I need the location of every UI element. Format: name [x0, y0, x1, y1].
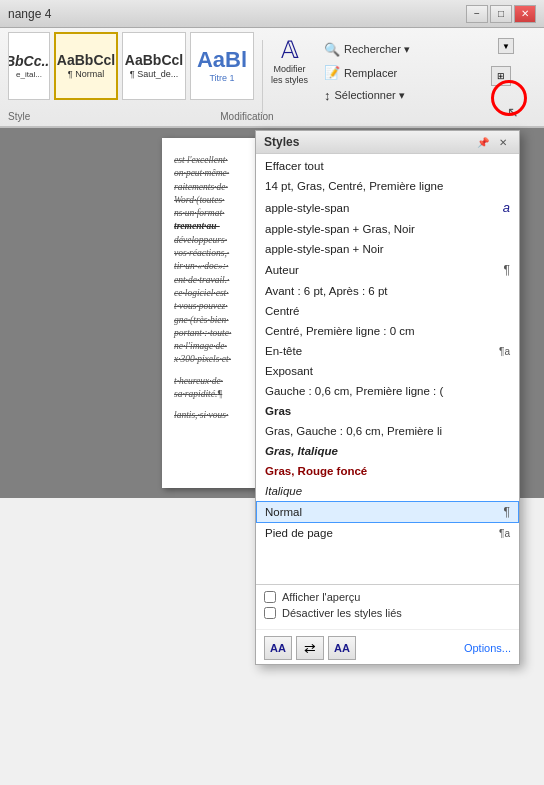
style-item-effacer[interactable]: Effacer tout: [256, 156, 519, 176]
window-title: nange 4: [8, 7, 51, 21]
style-item-gras[interactable]: Gras: [256, 401, 519, 421]
style-item-auteur[interactable]: Auteur ¶: [256, 259, 519, 281]
style-icon-en-tete: ¶a: [499, 346, 510, 357]
style-item-normal[interactable]: Normal ¶: [256, 501, 519, 523]
styles-panel-launch-button[interactable]: ⊞: [491, 66, 511, 86]
style-preview-titre1: AaBl: [197, 49, 247, 71]
style-item-en-tete[interactable]: En-tête ¶a: [256, 341, 519, 361]
style-item-gras-gauche[interactable]: Gras, Gauche : 0,6 cm, Première li: [256, 421, 519, 441]
style-item-avant[interactable]: Avant : 6 pt, Après : 6 pt: [256, 281, 519, 301]
style-item-apple-noir[interactable]: apple-style-span + Noir: [256, 239, 519, 259]
panel-new-style-button[interactable]: AA: [264, 636, 292, 660]
style-btn-titre1[interactable]: AaBl Titre 1: [190, 32, 254, 100]
styles-panel-title: Styles: [264, 135, 299, 149]
style-btn-normal[interactable]: AaBbCcl ¶ Normal: [54, 32, 118, 100]
style-label-saut: ¶ Saut_de...: [130, 69, 178, 79]
selectionner-icon: ↕: [324, 88, 331, 103]
style-btn-saut[interactable]: AaBbCcl ¶ Saut_de...: [122, 32, 186, 100]
style-preview-normal: AaBbCcl: [57, 53, 115, 67]
window-controls: − □ ✕: [466, 5, 536, 23]
styles-expand-button[interactable]: ▼: [498, 38, 514, 54]
rechercher-button[interactable]: 🔍 Rechercher ▾: [320, 40, 414, 59]
minimize-button[interactable]: −: [466, 5, 488, 23]
style-preview-saut: AaBbCcl: [125, 53, 183, 67]
inspect-icon: ⇄: [304, 640, 316, 656]
remplacer-button[interactable]: 📝 Remplacer: [320, 63, 414, 82]
ribbon: BbCc... e_ital... AaBbCcl ¶ Normal AaBbC…: [0, 28, 544, 128]
style-label-normal: ¶ Normal: [68, 69, 104, 79]
style-item-italique[interactable]: Italique: [256, 481, 519, 501]
styles-panel-launch-icon: ⊞: [497, 71, 505, 81]
options-link[interactable]: Options...: [464, 642, 511, 654]
ribbon-divider: [262, 40, 263, 115]
style-item-gras-rouge[interactable]: Gras, Rouge foncé: [256, 461, 519, 481]
style-item-apple-span[interactable]: apple-style-span a: [256, 196, 519, 219]
remplacer-icon: 📝: [324, 65, 340, 80]
ribbon-bottom-labels: Style Modification: [8, 111, 274, 122]
remplacer-label: Remplacer: [344, 67, 397, 79]
modification-label: Modification: [220, 111, 273, 122]
checkbox-apercu[interactable]: [264, 591, 276, 603]
selectionner-label: Sélectionner ▾: [335, 89, 405, 102]
style-item-exposant[interactable]: Exposant: [256, 361, 519, 381]
selectionner-button[interactable]: ↕ Sélectionner ▾: [320, 86, 414, 105]
panel-icon-buttons: AA ⇄ AA: [264, 636, 356, 660]
panel-pin-button[interactable]: 📌: [475, 135, 491, 149]
style-item-centre[interactable]: Centré: [256, 301, 519, 321]
styles-list[interactable]: Effacer tout 14 pt, Gras, Centré, Premiè…: [256, 154, 519, 584]
style-item-gras-italique[interactable]: Gras, Italique: [256, 441, 519, 461]
style-icon-apple-span: a: [503, 200, 510, 215]
checkbox-apercu-label: Afficher l'aperçu: [282, 591, 360, 603]
style-item-14pt[interactable]: 14 pt, Gras, Centré, Première ligne: [256, 176, 519, 196]
rechercher-label: Rechercher ▾: [344, 43, 410, 56]
style-label-titre1: Titre 1: [209, 73, 234, 83]
style-icon-pied-de-page: ¶a: [499, 528, 510, 539]
checkbox-desactiver[interactable]: [264, 607, 276, 619]
styles-panel-buttons: AA ⇄ AA Options...: [256, 629, 519, 664]
checkbox-desactiver-label: Désactiver les styles liés: [282, 607, 402, 619]
title-bar: nange 4 − □ ✕: [0, 0, 544, 28]
ribbon-actions: 🔍 Rechercher ▾ 📝 Remplacer ↕ Sélectionne…: [320, 32, 414, 105]
manage-icon: AA: [334, 642, 350, 654]
style-group-label: Style: [8, 111, 30, 122]
style-icon-auteur: ¶: [504, 263, 510, 277]
style-item-gauche[interactable]: Gauche : 0,6 cm, Première ligne : (: [256, 381, 519, 401]
modifier-styles-button[interactable]: 𝔸 Modifier les styles: [271, 32, 308, 86]
style-item-apple-gras[interactable]: apple-style-span + Gras, Noir: [256, 219, 519, 239]
rechercher-icon: 🔍: [324, 42, 340, 57]
restore-button[interactable]: □: [490, 5, 512, 23]
panel-manage-button[interactable]: AA: [328, 636, 356, 660]
styles-panel: Styles 📌 ✕ Effacer tout 14 pt, Gras, Cen…: [255, 130, 520, 665]
checkbox-apercu-row: Afficher l'aperçu: [264, 591, 511, 603]
style-label-bbcc: e_ital...: [16, 70, 42, 79]
modifier-icon: 𝔸: [281, 36, 299, 64]
new-style-icon: AA: [270, 642, 286, 654]
style-preview-bbcc: BbCc...: [8, 54, 50, 68]
checkbox-desactiver-row: Désactiver les styles liés: [264, 607, 511, 619]
panel-inspect-button[interactable]: ⇄: [296, 636, 324, 660]
styles-panel-header: Styles 📌 ✕: [256, 131, 519, 154]
close-button[interactable]: ✕: [514, 5, 536, 23]
modifier-label: Modifier les styles: [271, 64, 308, 86]
panel-close-button[interactable]: ✕: [495, 135, 511, 149]
styles-panel-controls: 📌 ✕: [475, 135, 511, 149]
style-icon-normal: ¶: [504, 505, 510, 519]
styles-panel-options: Afficher l'aperçu Désactiver les styles …: [256, 584, 519, 629]
style-item-centre-premiere[interactable]: Centré, Première ligne : 0 cm: [256, 321, 519, 341]
style-item-pied-de-page[interactable]: Pied de page ¶a: [256, 523, 519, 543]
style-btn-bbcc[interactable]: BbCc... e_ital...: [8, 32, 50, 100]
